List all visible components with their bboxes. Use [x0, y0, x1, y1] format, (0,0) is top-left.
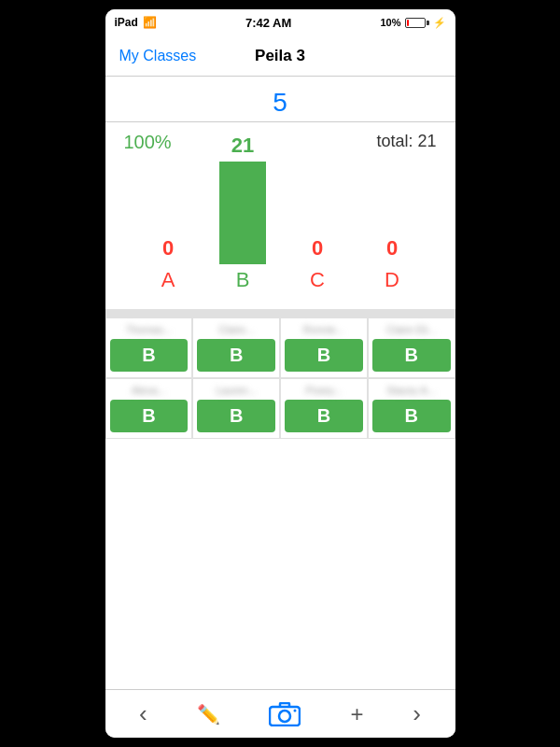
student-cell-3[interactable]: Ronnie... B [280, 317, 368, 378]
question-number: 5 [273, 88, 287, 117]
bar-group-b: 21 B [219, 134, 266, 292]
bar-value-b: 21 [231, 134, 254, 158]
student-cell-7[interactable]: Posey... B [280, 378, 368, 439]
student-cell-4[interactable]: Claire Eli... B [368, 317, 455, 378]
toolbar: ‹ ✏️ + › [105, 689, 455, 738]
carrier-label: iPad [115, 16, 138, 29]
chart-section: 100% total: 21 0 A 21 B 0 [105, 122, 455, 302]
chart-header: 100% total: 21 [124, 132, 437, 153]
edit-button[interactable]: ✏️ [188, 698, 230, 730]
battery-percent: 10% [380, 17, 400, 28]
student-answer-1: B [110, 339, 189, 372]
forward-nav-button[interactable]: › [403, 695, 430, 733]
student-answer-4: B [372, 339, 451, 372]
student-name-6: Lauren... [197, 385, 275, 396]
main-content: 5 100% total: 21 0 A 21 B [105, 77, 455, 689]
student-cell-1[interactable]: Thomas... B [105, 317, 193, 378]
student-name-1: Thomas... [110, 324, 189, 335]
camera-icon [269, 702, 301, 726]
section-divider [105, 309, 455, 317]
camera-button[interactable] [259, 698, 310, 731]
device-frame: iPad 📶 7:42 AM 10% ⚡ My Classes Peila 3 … [105, 9, 455, 738]
bar-label-a: A [161, 268, 175, 292]
student-answer-5: B [110, 400, 189, 432]
student-name-4: Claire Eli... [372, 324, 451, 335]
pencil-icon: ✏️ [197, 703, 220, 726]
student-cell-5[interactable]: Alexa... B [105, 378, 193, 439]
student-answer-3: B [285, 339, 363, 372]
bar-label-c: C [310, 268, 325, 292]
students-grid: Thomas... B Claire... B Ronnie... B Clai… [105, 317, 455, 439]
student-answer-6: B [197, 400, 275, 432]
chevron-right-icon: › [413, 699, 421, 728]
total-label: total: 21 [376, 132, 436, 151]
wifi-icon: 📶 [143, 16, 157, 29]
back-nav-button[interactable]: ‹ [130, 695, 157, 733]
student-answer-8: B [372, 400, 451, 432]
time-label: 7:42 AM [245, 16, 291, 30]
bar-value-d: 0 [386, 236, 398, 261]
status-bar: iPad 📶 7:42 AM 10% ⚡ [105, 9, 455, 35]
question-number-section: 5 [105, 77, 455, 122]
svg-point-1 [279, 711, 290, 722]
bar-group-c: 0 C [294, 236, 341, 292]
status-right: 10% ⚡ [380, 17, 445, 29]
bar-value-a: 0 [162, 236, 174, 261]
student-cell-2[interactable]: Claire... B [192, 317, 280, 378]
bar-label-d: D [385, 268, 399, 292]
chevron-left-icon: ‹ [139, 699, 147, 728]
status-left: iPad 📶 [115, 16, 157, 29]
page-title: Peila 3 [255, 47, 305, 65]
student-cell-6[interactable]: Lauren... B [192, 378, 280, 439]
student-name-3: Ronnie... [285, 324, 363, 335]
battery-icon [405, 18, 429, 28]
svg-point-2 [294, 709, 297, 712]
nav-bar: My Classes Peila 3 [105, 35, 455, 77]
bar-label-b: B [236, 268, 250, 292]
charging-icon: ⚡ [433, 17, 446, 29]
percent-label: 100% [124, 132, 172, 153]
student-name-8: Stacey A... [372, 385, 451, 396]
bar-chart: 0 A 21 B 0 C 0 [124, 162, 437, 292]
bar-value-c: 0 [312, 236, 323, 261]
student-name-2: Claire... [197, 324, 275, 335]
bar-group-d: 0 D [369, 236, 415, 292]
bar-group-a: 0 A [145, 236, 191, 292]
student-name-5: Alexa... [110, 385, 189, 396]
plus-icon: + [350, 701, 363, 727]
student-cell-8[interactable]: Stacey A... B [368, 378, 455, 439]
bar-rect-b [219, 162, 266, 264]
student-answer-7: B [285, 400, 363, 432]
student-name-7: Posey... [285, 385, 363, 396]
student-answer-2: B [197, 339, 275, 372]
back-button[interactable]: My Classes [119, 48, 197, 64]
add-button[interactable]: + [341, 697, 372, 732]
